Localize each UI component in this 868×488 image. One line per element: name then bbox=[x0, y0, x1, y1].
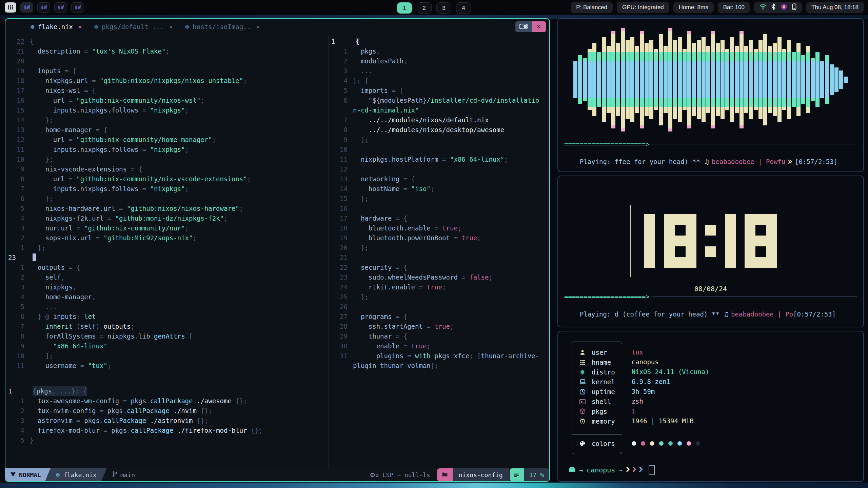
workspace-button-2[interactable]: $W bbox=[37, 2, 50, 13]
visualizer-bar bbox=[749, 24, 753, 136]
code-line-wrap: n-cd-minimal.nix" bbox=[329, 105, 549, 115]
buffer-tab-2[interactable]: ❄pkgs/default ...× bbox=[94, 23, 173, 31]
tab-label: flake.nix bbox=[38, 23, 73, 30]
line-number: 29 bbox=[329, 331, 353, 341]
visualizer-bar bbox=[611, 24, 615, 136]
visualizer-bar bbox=[773, 24, 777, 136]
line-number: 31 bbox=[329, 351, 353, 361]
tag-1[interactable]: 1 bbox=[397, 2, 412, 14]
track-artist: beabadoobee | Powfu bbox=[712, 158, 785, 165]
fetch-value-memory: 1946 | 15394 MiB bbox=[632, 416, 709, 426]
line-number bbox=[329, 361, 353, 371]
mode-text: NORMAL bbox=[19, 471, 41, 479]
track-progress: =====================> bbox=[564, 140, 857, 148]
workspace-buttons: $W$W$W$W bbox=[20, 2, 84, 13]
code-line: 6 }; bbox=[5, 194, 328, 204]
line-number: 11 bbox=[329, 155, 353, 164]
fetch-values: tuxcanopusNixOS 24.11 (Vicuna)6.9.8-zen1… bbox=[632, 342, 709, 448]
workspace-button-1[interactable]: $W bbox=[20, 2, 33, 13]
progress-rule bbox=[652, 297, 857, 297]
color-dot bbox=[632, 441, 636, 446]
line-number: 4 bbox=[5, 426, 30, 435]
close-button[interactable]: × bbox=[532, 21, 546, 32]
code-line: 11 inputs.nixpkgs.follows = "nixpkgs"; bbox=[5, 145, 328, 155]
line-number: 8 bbox=[5, 331, 30, 341]
code-line: 13 networking = { bbox=[329, 174, 549, 184]
line-number: 2 bbox=[329, 56, 353, 66]
nix-snowflake-icon: ❄ bbox=[94, 23, 99, 30]
visualizer-bar bbox=[782, 24, 786, 136]
folder-icon bbox=[442, 471, 448, 479]
line-number: 4 bbox=[5, 292, 30, 302]
visualizer-bar bbox=[616, 24, 620, 136]
buffer-tab-3[interactable]: ❄hosts/isoImag..× bbox=[184, 23, 260, 31]
code-line: 4}: { bbox=[329, 76, 549, 86]
visualizer-bar bbox=[588, 24, 592, 136]
tab-close-icon[interactable]: × bbox=[169, 23, 173, 31]
workspace-button-3[interactable]: $W bbox=[54, 2, 67, 13]
buffer-tab-1[interactable]: ❄flake.nix× bbox=[30, 23, 82, 31]
code-line: 22 security = { bbox=[329, 263, 549, 272]
code-line: 4 firefox-mod-blur = pkgs.callPackage ./… bbox=[5, 426, 328, 435]
tag-2[interactable]: 2 bbox=[417, 2, 432, 14]
code-line: 13 home-manager = { bbox=[5, 125, 328, 135]
editor-pane-iso[interactable]: 1{1 pkgs,2 modulesPath,3 ...4}: {5 impor… bbox=[329, 35, 549, 468]
clock-digit bbox=[644, 214, 655, 268]
tab-close-icon[interactable]: × bbox=[256, 23, 260, 31]
fetch-row-user: user bbox=[579, 347, 615, 357]
code-line: 20 }; bbox=[329, 243, 549, 253]
workspace-button-4[interactable]: $W bbox=[71, 2, 84, 13]
chevron-yellow-icon bbox=[626, 466, 630, 474]
mode-segment: NORMAL bbox=[5, 468, 51, 481]
line-number: 19 bbox=[329, 233, 353, 243]
prompt-path: ~ bbox=[618, 466, 623, 474]
tag-4[interactable]: 4 bbox=[456, 2, 471, 14]
visualizer-bar bbox=[777, 24, 782, 136]
flame-icon bbox=[781, 3, 787, 12]
code-line: 23 sudo.wheelNeedsPassword = false; bbox=[329, 272, 549, 282]
launcher-button[interactable] bbox=[5, 2, 16, 13]
audio-visualizer bbox=[564, 24, 857, 136]
tag-3[interactable]: 3 bbox=[436, 2, 451, 14]
visualizer-bar bbox=[597, 24, 601, 136]
visualizer-bar bbox=[735, 24, 739, 136]
terminal-color-dots bbox=[632, 439, 709, 448]
statusline: NORMAL ❄ flake.nix main ⚙⚙ LSP ~ null-ls bbox=[5, 468, 549, 481]
code-line: 22{ bbox=[5, 37, 328, 46]
visualizer-bar bbox=[787, 24, 791, 136]
fetch-value-kernel: 6.9.8-zen1 bbox=[632, 377, 709, 387]
line-number: 9 bbox=[329, 135, 353, 145]
status-pill: Home: 8ms bbox=[673, 2, 714, 13]
workspace-group: $W$W$W$W bbox=[0, 2, 84, 13]
color-dot bbox=[641, 441, 645, 446]
clock-digit bbox=[725, 214, 736, 268]
visualizer-bar bbox=[635, 24, 639, 136]
visualizer-bar bbox=[711, 24, 715, 136]
toggle-button[interactable] bbox=[515, 21, 532, 32]
code-line: 6 "${modulesPath}/installer/cd-dvd/insta… bbox=[329, 96, 549, 105]
code-line: 7 inputs.nixpkgs.follows = "nixpkgs"; bbox=[5, 184, 328, 194]
tray[interactable] bbox=[754, 2, 802, 13]
tab-close-icon[interactable]: × bbox=[78, 23, 82, 31]
fetch-value-user: tux bbox=[632, 347, 709, 357]
fetch-divider bbox=[572, 434, 622, 434]
visualizer-bar bbox=[607, 24, 611, 136]
code-line: 3 nur.url = "github:nix-community/nur"; bbox=[5, 223, 328, 233]
code-line: 3 astronvim = pkgs.callPackage ./astronv… bbox=[5, 416, 328, 426]
code-line: 10 }; bbox=[5, 155, 328, 164]
editor-pane-pkgs[interactable]: 1{pkgs, ...}: {1 tux-awesome-wm-config =… bbox=[5, 384, 328, 468]
shell-prompt[interactable]: → canopus ~ bbox=[568, 465, 655, 475]
status-pill: GPU: Integrated bbox=[617, 2, 669, 13]
line-number: 3 bbox=[5, 223, 30, 233]
visualizer-bar bbox=[758, 24, 763, 136]
terminal-cursor bbox=[649, 465, 655, 475]
line-number: 4 bbox=[329, 76, 353, 86]
neovim-window: ❄flake.nix×❄pkgs/default ...×❄hosts/isoI… bbox=[5, 18, 550, 482]
track-title: ffee for your head) ** bbox=[615, 158, 704, 165]
editor-pane-flake[interactable]: 22{21 description = "tux's NixOS Flake";… bbox=[5, 35, 328, 384]
code-line: 14 }; bbox=[5, 115, 328, 125]
line-number: 25 bbox=[329, 292, 353, 302]
fetch-value-shell: zsh bbox=[632, 396, 709, 406]
line-number: 7 bbox=[5, 322, 30, 331]
visualizer-bar bbox=[721, 24, 725, 136]
